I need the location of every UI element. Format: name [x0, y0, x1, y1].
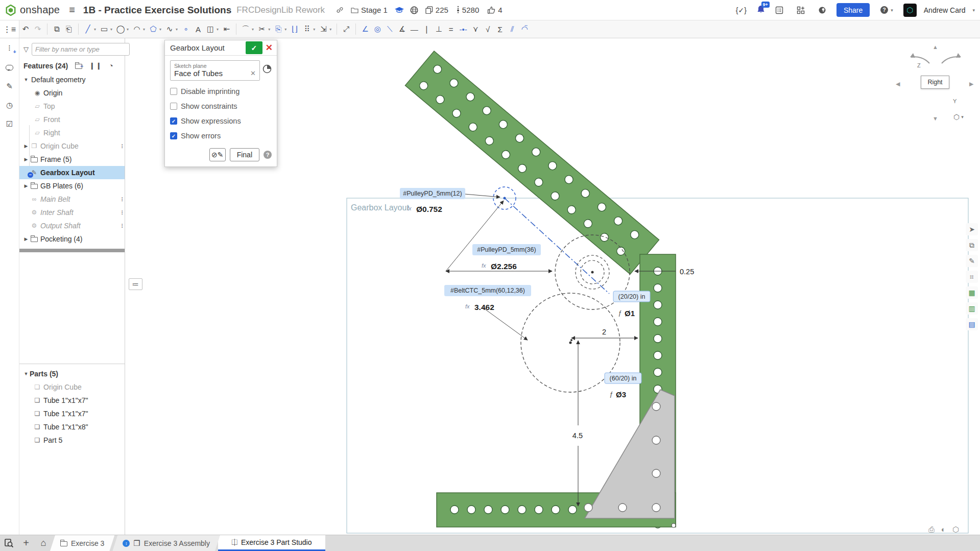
pulley12-expression[interactable]: #PulleyPD_5mm(12)	[400, 188, 465, 199]
versions-history-icon[interactable]: ◷	[4, 99, 16, 111]
normal-constraint[interactable]: ⋎	[469, 21, 482, 37]
part-item-tube-7b[interactable]: ❏ Tube 1"x1"x7"	[19, 407, 125, 420]
collapse-arrow-icon[interactable]: ▼	[22, 371, 30, 376]
dxf-tool-caret[interactable]: ▾	[329, 27, 331, 32]
onshape-logo[interactable]: onshape	[5, 4, 60, 16]
point-tool[interactable]: ∘	[180, 21, 192, 37]
polygon-tool[interactable]: ⬠	[147, 21, 159, 37]
show-constraints-checkbox[interactable]: Show constraints	[170, 102, 272, 110]
home-button[interactable]: ⌂	[35, 535, 52, 551]
share-button[interactable]: Share	[836, 3, 870, 17]
feature-item-right-plane[interactable]: ▱ Right	[19, 126, 125, 139]
learning-center-icon[interactable]	[818, 6, 826, 14]
copies-stat[interactable]: 225	[425, 6, 448, 14]
feature-item-top-plane[interactable]: ▱ Top	[19, 100, 125, 113]
expand-arrow-icon[interactable]: ▶	[22, 157, 30, 162]
fix-constraint[interactable]: ⫽	[506, 21, 518, 37]
pulley12-center-point[interactable]	[504, 197, 506, 200]
expand-arrow-icon[interactable]: ▶	[22, 143, 30, 149]
circle-tool-caret[interactable]: ▾	[127, 27, 129, 32]
tab-exercise-3[interactable]: Exercise 3	[50, 535, 114, 551]
avatar[interactable]: ⬡	[903, 4, 917, 17]
suppress-pause-icon[interactable]: ❙❙	[89, 62, 103, 69]
feature-item-origin-cube[interactable]: ▶ ❐ Origin Cube ⁝	[19, 139, 125, 153]
feature-item-inter-shaft[interactable]: ⚙ Inter Shaft ⁝	[19, 206, 125, 219]
dxf-import-tool[interactable]: ⇲	[317, 21, 329, 37]
layers-panel-icon[interactable]: ⧉	[966, 239, 978, 251]
part-item-tube-8[interactable]: ❏ Tube 1"x1"x8"	[19, 420, 125, 434]
rectangle-tool[interactable]: ▭	[98, 21, 110, 37]
rollback-clock-icon[interactable]: ◔	[109, 61, 113, 70]
insert-feature-icon[interactable]: ⁝+	[4, 42, 16, 55]
featurescript-icon[interactable]: {✓}	[736, 6, 747, 14]
ratio2-expression[interactable]: (60/20) in	[605, 373, 641, 384]
final-button[interactable]: Final	[230, 148, 259, 161]
copy-tool[interactable]: ⧉	[51, 21, 63, 37]
rotate-left-icon[interactable]: ◀	[896, 81, 900, 87]
expand-arrow-icon[interactable]: ▶	[22, 183, 30, 188]
feature-item-frame[interactable]: ▶ Frame (5)	[19, 153, 125, 166]
rotate-down-icon[interactable]: ▼	[933, 115, 938, 122]
use-tool-caret[interactable]: ▾	[284, 27, 286, 32]
spline-tool[interactable]: ∿	[163, 21, 176, 37]
dim-45-text[interactable]: 4.5	[572, 432, 583, 440]
perpendicular-constraint[interactable]: ⊥	[433, 21, 445, 37]
mirror-tool[interactable]: ◫	[204, 21, 217, 37]
show-expressions-checkbox[interactable]: ✓ Show expressions	[170, 117, 272, 125]
main-menu-icon[interactable]: ≡	[69, 4, 75, 16]
new-folder-icon[interactable]: +	[75, 62, 83, 69]
diagonal-tube[interactable]	[405, 51, 659, 274]
panel-resize-handle[interactable]: ≔	[129, 278, 142, 290]
workspace-crumb[interactable]: Stage 1	[351, 6, 388, 14]
feature-list-toggle[interactable]: ⋮≡	[0, 20, 19, 38]
tables-panel-icon[interactable]: ▥	[966, 302, 978, 315]
search-tabs-icon[interactable]	[0, 535, 17, 551]
instance-marker-icon[interactable]: ⁝	[121, 196, 123, 203]
parallel-constraint[interactable]: =	[445, 21, 457, 37]
rectangle-tool-caret[interactable]: ▾	[110, 27, 112, 32]
paste-tool[interactable]: ⎗	[63, 21, 75, 37]
variables-panel-icon[interactable]: ⌗	[966, 271, 978, 283]
measure-tool[interactable]: ⤢	[340, 21, 352, 37]
ratio2-dim-text[interactable]: Ø3	[616, 390, 626, 399]
disable-imprinting-checkbox[interactable]: Disable imprinting	[170, 87, 272, 95]
part-item-tube-7a[interactable]: ❏ Tube 1"x1"x7"	[19, 394, 125, 407]
dialog-help-icon[interactable]: ?	[264, 151, 272, 159]
part-item-part-5[interactable]: ❏ Part 5	[19, 434, 125, 447]
ratio1-dim-text[interactable]: Ø1	[625, 309, 635, 318]
clear-selection-icon[interactable]: ✕	[250, 69, 256, 77]
tab-exercise-3-assembly[interactable]: ↕ ❒ Exercise 3 Assembly	[112, 535, 220, 551]
text-tool[interactable]: A	[192, 21, 204, 37]
sketch-preview-button[interactable]: ⊘✎	[209, 148, 226, 161]
rotate-up-icon[interactable]: ▲	[933, 44, 938, 50]
offset-tool[interactable]: ⇤	[221, 21, 233, 37]
checkbox-unchecked-icon[interactable]	[170, 103, 177, 110]
redo-button[interactable]: ↷	[32, 21, 44, 37]
notifications-button[interactable]: 9+	[757, 5, 765, 15]
view-cube-face[interactable]: Right	[921, 76, 949, 89]
vertical-constraint[interactable]: ❘	[420, 21, 433, 37]
gear60-center-point[interactable]	[569, 342, 572, 344]
trim-tool-caret[interactable]: ▾	[268, 27, 270, 32]
dim-2-text[interactable]: 2	[602, 328, 606, 336]
user-name[interactable]: Andrew Card	[924, 6, 966, 14]
filter-input[interactable]	[32, 43, 130, 56]
feature-item-origin[interactable]: ◉ Origin	[19, 86, 125, 100]
rotate-cw-icon[interactable]	[939, 52, 966, 66]
concentric-constraint[interactable]: ◎	[371, 21, 384, 37]
dim-025-text[interactable]: 0.25	[680, 268, 694, 276]
pulley36-expression[interactable]: #PulleyPD_5mm(36)	[472, 244, 541, 255]
spline-tool-caret[interactable]: ▾	[176, 27, 178, 32]
help-menu[interactable]: ? ▾	[880, 6, 893, 14]
perspective-icon[interactable]: ⬡	[952, 525, 959, 534]
instance-marker-icon[interactable]: ⁝	[121, 209, 123, 216]
tab-exercise-3-part-studio[interactable]: ⎅ Exercise 3 Part Studio	[218, 535, 325, 551]
ratio1-expression[interactable]: (20/20) in	[613, 291, 650, 302]
selection-panel-icon[interactable]: ➤	[966, 223, 978, 235]
checkbox-checked-icon[interactable]: ✓	[170, 117, 177, 125]
expand-arrow-icon[interactable]: ▶	[22, 236, 30, 242]
coincident-constraint[interactable]: ∠	[359, 21, 371, 37]
snapshot-icon[interactable]: ⎙	[928, 525, 935, 534]
app-store-icon[interactable]	[797, 6, 805, 14]
midpoint-constraint[interactable]: -•-	[457, 21, 469, 37]
